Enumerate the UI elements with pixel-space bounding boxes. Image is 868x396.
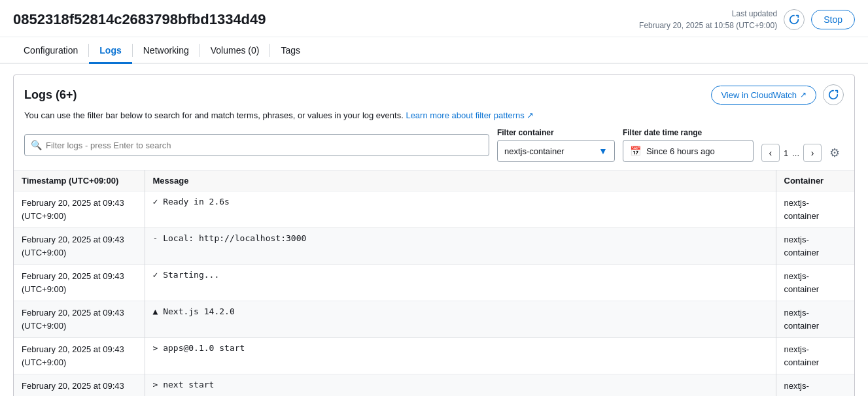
tab-volumes[interactable]: Volumes (0) (200, 37, 270, 64)
pagination-prev-button[interactable]: ‹ (761, 144, 780, 162)
table-settings-button[interactable]: ⚙ (825, 144, 844, 162)
cell-timestamp: February 20, 2025 at 09:43(UTC+9:00) (14, 191, 145, 228)
external-link-icon: ↗ (800, 90, 807, 99)
cell-timestamp: February 20, 2025 at 09:43(UTC+9:00) (14, 338, 145, 374)
page-header: 0852318f52814c2683798bfbd1334d49 Last up… (0, 0, 868, 37)
filter-date-label: Filter date time range (623, 128, 754, 137)
external-link-small-icon: ↗ (527, 110, 534, 120)
table-row: February 20, 2025 at 09:43(UTC+9:00)▲ Ne… (14, 301, 854, 338)
pagination-wrap: ‹ 1 ... › ⚙ (761, 144, 844, 162)
main-content: Logs (6+) View in CloudWatch ↗ You can u… (0, 64, 868, 396)
logs-table: Timestamp (UTC+09:00) Message Container … (14, 170, 854, 396)
tab-networking[interactable]: Networking (133, 37, 200, 64)
pagination-dots: ... (792, 148, 799, 158)
dropdown-arrow-icon: ▼ (599, 146, 608, 156)
filter-container-label: Filter container (497, 128, 615, 137)
last-updated: Last updated February 20, 2025 at 10:58 … (639, 8, 777, 31)
cell-message: ✓ Ready in 2.6s (145, 191, 776, 228)
cell-container: nextjs-container (776, 265, 854, 301)
page-title: 0852318f52814c2683798bfbd1334d49 (13, 11, 266, 28)
filter-date-wrap: Filter date time range 📅 Since 6 hours a… (623, 128, 754, 162)
cell-timestamp: February 20, 2025 at 09:43(UTC+9:00) (14, 265, 145, 301)
header-refresh-button[interactable] (784, 9, 805, 30)
tab-configuration[interactable]: Configuration (13, 37, 88, 64)
tab-tags[interactable]: Tags (270, 37, 311, 64)
cell-timestamp: February 20, 2025 at 09:43(UTC+9:00) (14, 228, 145, 265)
filter-container-select[interactable]: nextjs-container ▼ (497, 140, 615, 162)
view-cloudwatch-button[interactable]: View in CloudWatch ↗ (711, 86, 816, 105)
table-row: February 20, 2025 at 09:43(UTC+9:00)> ne… (14, 374, 854, 397)
calendar-icon: 📅 (630, 146, 641, 156)
cell-message: ✓ Starting... (145, 265, 776, 301)
refresh-logs-button[interactable] (823, 84, 844, 105)
refresh-logs-icon (827, 89, 839, 101)
search-icon: 🔍 (31, 140, 42, 150)
filter-search-wrap: 🔍 (24, 134, 489, 156)
cell-timestamp: February 20, 2025 at 09:43(UTC+9:00) (14, 374, 145, 397)
filter-date-select[interactable]: 📅 Since 6 hours ago (623, 140, 754, 162)
col-header-message: Message (145, 171, 776, 191)
logs-description: You can use the filter bar below to sear… (14, 105, 854, 128)
cell-timestamp: February 20, 2025 at 09:43(UTC+9:00) (14, 301, 145, 338)
filter-logs-input[interactable] (24, 134, 489, 156)
col-header-timestamp: Timestamp (UTC+09:00) (14, 171, 145, 191)
logs-panel-header: Logs (6+) View in CloudWatch ↗ (14, 75, 854, 105)
cell-container: nextjs-container (776, 338, 854, 374)
cell-message: > apps@0.1.0 start (145, 338, 776, 374)
logs-panel: Logs (6+) View in CloudWatch ↗ You can u… (13, 74, 855, 396)
table-row: February 20, 2025 at 09:43(UTC+9:00)✓ St… (14, 265, 854, 301)
pagination-next-button[interactable]: › (803, 144, 822, 162)
filter-container-wrap: Filter container nextjs-container ▼ (497, 128, 615, 162)
col-header-container: Container (776, 171, 854, 191)
header-right: Last updated February 20, 2025 at 10:58 … (639, 8, 855, 31)
logs-panel-title: Logs (6+) (24, 88, 77, 102)
table-row: February 20, 2025 at 09:43(UTC+9:00)✓ Re… (14, 191, 854, 228)
table-header-row: Timestamp (UTC+09:00) Message Container (14, 171, 854, 191)
refresh-icon (788, 14, 800, 25)
table-row: February 20, 2025 at 09:43(UTC+9:00)- Lo… (14, 228, 854, 265)
cell-container: nextjs-container (776, 374, 854, 397)
cell-message: - Local: http://localhost:3000 (145, 228, 776, 265)
logs-actions: View in CloudWatch ↗ (711, 84, 844, 105)
cell-message: ▲ Next.js 14.2.0 (145, 301, 776, 338)
stop-button[interactable]: Stop (811, 10, 855, 29)
cell-container: nextjs-container (776, 301, 854, 338)
cell-container: nextjs-container (776, 191, 854, 228)
filter-row: 🔍 Filter container nextjs-container ▼ Fi… (14, 128, 854, 170)
tab-logs[interactable]: Logs (89, 37, 131, 64)
cell-message: > next start (145, 374, 776, 397)
pagination-current: 1 (784, 148, 788, 158)
tabs-bar: Configuration Logs Networking Volumes (0… (0, 37, 868, 64)
cell-container: nextjs-container (776, 228, 854, 265)
learn-more-link[interactable]: Learn more about filter patterns ↗ (406, 110, 534, 120)
table-row: February 20, 2025 at 09:43(UTC+9:00)> ap… (14, 338, 854, 374)
